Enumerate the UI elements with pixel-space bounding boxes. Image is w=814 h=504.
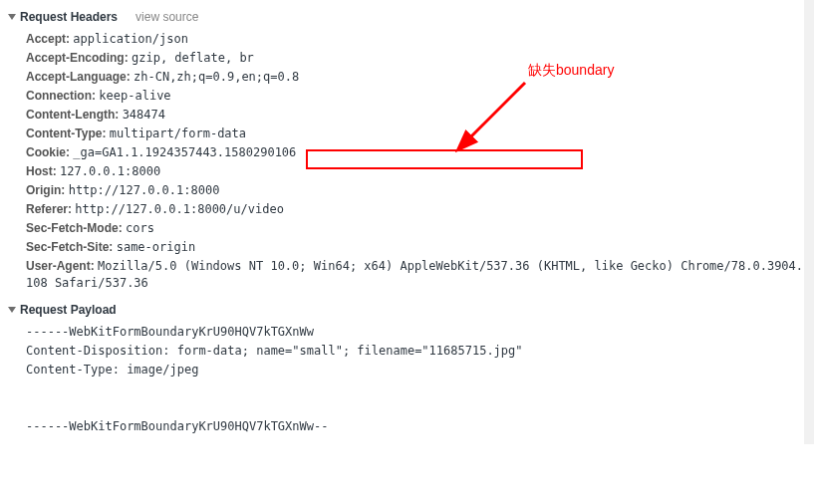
header-value: zh-CN,zh;q=0.9,en;q=0.8 — [134, 70, 299, 84]
collapse-triangle-icon — [8, 14, 16, 20]
payload-line — [26, 379, 808, 398]
header-value: cors — [126, 221, 154, 235]
header-value: 348474 — [123, 108, 165, 122]
request-headers-list: Accept: application/jsonAccept-Encoding:… — [6, 26, 808, 297]
payload-line: ------WebKitFormBoundaryKrU90HQV7kTGXnWw — [26, 323, 808, 342]
header-name: Sec-Fetch-Site: — [26, 240, 117, 254]
payload-line: Content-Type: image/jpeg — [26, 361, 808, 379]
request-headers-section-header[interactable]: Request Headers view source — [6, 8, 808, 26]
header-value: multipart/form-data — [110, 126, 246, 140]
header-name: Content-Length: — [26, 108, 123, 122]
header-value: same-origin — [117, 240, 195, 254]
header-name: Origin: — [26, 183, 69, 197]
payload-line: Content-Disposition: form-data; name="sm… — [26, 342, 808, 361]
header-row: Origin: http://127.0.0.1:8000 — [26, 181, 808, 200]
header-name: Connection: — [26, 89, 99, 103]
header-row: Cookie: _ga=GA1.1.1924357443.1580290106 — [26, 143, 808, 162]
header-value: 127.0.0.1:8000 — [60, 164, 160, 178]
request-payload-section-header[interactable]: Request Payload — [6, 301, 808, 319]
header-row: User-Agent: Mozilla/5.0 (Windows NT 10.0… — [26, 257, 808, 293]
header-value: application/json — [73, 32, 188, 46]
header-row: Content-Length: 348474 — [26, 106, 808, 125]
header-value: keep-alive — [99, 89, 170, 103]
request-headers-title: Request Headers — [20, 10, 118, 24]
header-value: gzip, deflate, br — [132, 51, 254, 65]
view-source-link[interactable]: view source — [136, 10, 198, 24]
header-name: Host: — [26, 164, 60, 178]
payload-line: ------WebKitFormBoundaryKrU90HQV7kTGXnWw… — [26, 417, 808, 436]
header-name: Accept: — [26, 32, 73, 46]
collapse-triangle-icon — [8, 307, 16, 313]
header-row: Accept-Encoding: gzip, deflate, br — [26, 49, 808, 68]
header-name: Accept-Encoding: — [26, 51, 132, 65]
header-row: Referer: http://127.0.0.1:8000/u/video — [26, 200, 808, 219]
header-row: Accept-Language: zh-CN,zh;q=0.9,en;q=0.8 — [26, 68, 808, 87]
header-name: Content-Type: — [26, 126, 110, 140]
header-value: Mozilla/5.0 (Windows NT 10.0; Win64; x64… — [26, 259, 803, 290]
header-row: Host: 127.0.0.1:8000 — [26, 162, 808, 181]
request-payload-body: ------WebKitFormBoundaryKrU90HQV7kTGXnWw… — [6, 319, 808, 440]
scrollbar-track[interactable] — [804, 0, 814, 444]
header-name: Referer: — [26, 202, 75, 216]
header-value: http://127.0.0.1:8000/u/video — [75, 202, 284, 216]
payload-line — [26, 398, 808, 417]
request-payload-title: Request Payload — [20, 303, 117, 317]
header-name: Cookie: — [26, 145, 73, 159]
header-name: User-Agent: — [26, 259, 98, 273]
header-row: Sec-Fetch-Site: same-origin — [26, 238, 808, 257]
header-row: Connection: keep-alive — [26, 87, 808, 106]
header-value: _ga=GA1.1.1924357443.1580290106 — [73, 145, 296, 159]
header-name: Accept-Language: — [26, 70, 134, 84]
header-row: Accept: application/json — [26, 30, 808, 49]
header-value: http://127.0.0.1:8000 — [69, 183, 220, 197]
header-row: Sec-Fetch-Mode: cors — [26, 219, 808, 238]
header-name: Sec-Fetch-Mode: — [26, 221, 126, 235]
header-row: Content-Type: multipart/form-data — [26, 125, 808, 143]
